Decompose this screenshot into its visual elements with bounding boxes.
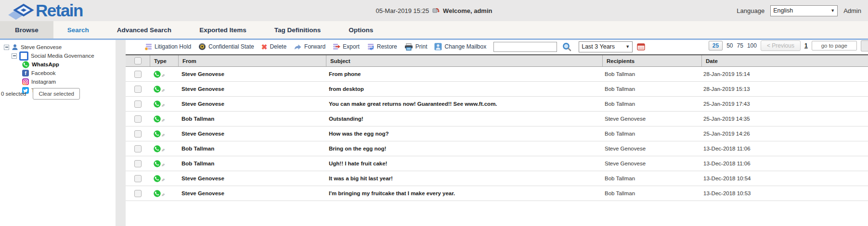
confidential-state-label: Confidential State	[208, 43, 254, 50]
page-size-25[interactable]: 25	[709, 41, 723, 50]
forward-icon	[294, 43, 302, 50]
column-header-from[interactable]: From	[179, 55, 326, 66]
row-recipients: Bob Tallman	[601, 176, 700, 181]
tree-item-whatsapp[interactable]: WhatsApp	[22, 61, 116, 68]
row-from: Steve Genovese	[178, 101, 325, 107]
row-subject[interactable]: Ugh!! I hate fruit cake!	[325, 161, 601, 166]
table-row[interactable]: ✎ Bob Tallman Outstanding! Steve Genoves…	[126, 112, 868, 126]
row-subject[interactable]: It was a big hit last year!	[325, 176, 601, 181]
row-checkbox[interactable]	[134, 130, 142, 138]
date-range-select[interactable]: Last 3 Years ▼	[579, 41, 633, 52]
table-row[interactable]: ✎ Steve Genovese I'm bringing my fruitca…	[126, 186, 868, 201]
page-size-75[interactable]: 75	[737, 42, 743, 49]
row-checkbox[interactable]	[134, 115, 142, 123]
column-header-date[interactable]: Date	[702, 55, 868, 66]
row-subject[interactable]: Bring on the egg nog!	[325, 146, 601, 151]
clear-selected-button[interactable]: Clear selected	[33, 88, 80, 100]
admin-link[interactable]: Admin	[843, 7, 861, 14]
row-type-cell: ✎	[150, 86, 178, 93]
row-subject[interactable]: You can make great returns now! Guarante…	[325, 101, 601, 107]
table-row[interactable]: ✎ Steve Genovese from desktop Bob Tallma…	[126, 82, 868, 97]
row-date: 28-Jan-2019 15:14	[700, 71, 868, 77]
tree-module-label: Social Media Governance	[31, 53, 94, 59]
row-checkbox[interactable]	[134, 86, 142, 93]
date-range-value: Last 3 Years	[582, 43, 615, 50]
tab-options[interactable]: Options	[335, 21, 387, 38]
row-checkbox[interactable]	[134, 100, 142, 108]
litigation-hold-button[interactable]: Litigation Hold	[144, 43, 191, 50]
language-label: Language	[737, 7, 764, 14]
column-header-type[interactable]: Type	[150, 55, 179, 66]
column-header-subject[interactable]: Subject	[326, 55, 603, 66]
edit-indicator-icon: ✎	[161, 163, 165, 167]
table-row[interactable]: ✎ Bob Tallman Bring on the egg nog! Stev…	[126, 141, 868, 156]
row-checkbox[interactable]	[134, 175, 142, 182]
table-header: Type From Subject Recipients Date	[126, 54, 868, 67]
sidebar-splitter[interactable]	[116, 40, 126, 226]
logout-icon[interactable]	[432, 7, 440, 14]
row-checkbox[interactable]	[134, 190, 142, 197]
table-row[interactable]: ✎ Steve Genovese From phone Bob Tallman …	[126, 67, 868, 82]
tree-user-label: Steve Genovese	[21, 44, 62, 50]
search-input[interactable]	[493, 42, 557, 52]
run-search-button[interactable]	[562, 42, 571, 51]
row-checkbox[interactable]	[134, 160, 142, 167]
row-subject[interactable]: From phone	[325, 71, 601, 77]
next-button[interactable]	[861, 40, 868, 51]
row-checkbox[interactable]	[134, 145, 142, 152]
edit-indicator-icon: ✎	[161, 88, 165, 93]
row-type-cell: ✎	[150, 100, 178, 108]
litigation-hold-label: Litigation Hold	[155, 43, 191, 50]
date-picker-button[interactable]	[637, 43, 645, 50]
previous-button[interactable]: < Previous	[761, 40, 801, 51]
row-subject[interactable]: How was the egg nog?	[325, 131, 601, 137]
select-all-checkbox[interactable]	[134, 57, 142, 64]
change-mailbox-label: Change Mailbox	[444, 43, 486, 50]
tree-item-module[interactable]: Social Media Governance	[12, 52, 116, 60]
collapse-toggle-icon[interactable]	[12, 53, 17, 59]
current-page[interactable]: 1	[804, 42, 808, 49]
table-row[interactable]: ✎ Steve Genovese You can make great retu…	[126, 97, 868, 112]
tab-tag-definitions[interactable]: Tag Definitions	[260, 21, 335, 38]
table-row[interactable]: ✎ Steve Genovese How was the egg nog? Bo…	[126, 126, 868, 141]
change-mailbox-button[interactable]: Change Mailbox	[434, 43, 486, 50]
collapse-toggle-icon[interactable]	[4, 45, 9, 50]
print-button[interactable]: Print	[404, 43, 428, 50]
row-subject[interactable]: Outstanding!	[325, 116, 601, 122]
row-subject[interactable]: from desktop	[325, 86, 601, 92]
export-button[interactable]: Export	[333, 43, 360, 50]
confidential-state-icon	[198, 43, 206, 50]
tree-item-instagram[interactable]: Instagram	[22, 78, 116, 86]
tree-item-facebook[interactable]: f Facebook	[22, 69, 116, 77]
tab-advanced-search[interactable]: Advanced Search	[103, 21, 185, 38]
row-subject[interactable]: I'm bringing my fruitcake that I make ev…	[325, 190, 601, 196]
row-recipients: Bob Tallman	[601, 190, 700, 196]
restore-button[interactable]: Restore	[367, 43, 397, 50]
go-to-page-button[interactable]: go to page	[812, 41, 857, 50]
table-row[interactable]: ✎ Bob Tallman Ugh!! I hate fruit cake! S…	[126, 156, 868, 171]
row-from: Steve Genovese	[178, 71, 325, 77]
whatsapp-icon	[154, 145, 161, 152]
row-recipients: Bob Tallman	[601, 101, 700, 107]
row-recipients: Steve Genovese	[601, 116, 700, 122]
delete-button[interactable]: ✖ Delete	[261, 43, 286, 50]
row-checkbox[interactable]	[134, 71, 142, 78]
column-header-recipients[interactable]: Recipients	[603, 55, 702, 66]
edit-indicator-icon: ✎	[161, 178, 165, 182]
row-recipients: Bob Tallman	[601, 86, 700, 92]
logo-text: Retain	[36, 1, 83, 20]
tab-search[interactable]: Search	[53, 21, 103, 38]
tab-browse[interactable]: Browse	[0, 21, 53, 38]
tree-item-user[interactable]: Steve Genovese	[4, 43, 116, 51]
page-size-50[interactable]: 50	[726, 42, 733, 49]
page-size-100[interactable]: 100	[747, 42, 757, 49]
row-recipients: Steve Genovese	[601, 161, 700, 166]
edit-indicator-icon: ✎	[161, 148, 165, 152]
confidential-state-button[interactable]: Confidential State	[198, 43, 254, 50]
language-select[interactable]: English ▼	[770, 5, 838, 16]
row-from: Bob Tallman	[178, 146, 325, 151]
table-row[interactable]: ✎ Steve Genovese It was a big hit last y…	[126, 171, 868, 186]
edit-indicator-icon: ✎	[161, 103, 165, 108]
forward-button[interactable]: Forward	[294, 43, 325, 50]
tab-exported-items[interactable]: Exported Items	[185, 21, 260, 38]
